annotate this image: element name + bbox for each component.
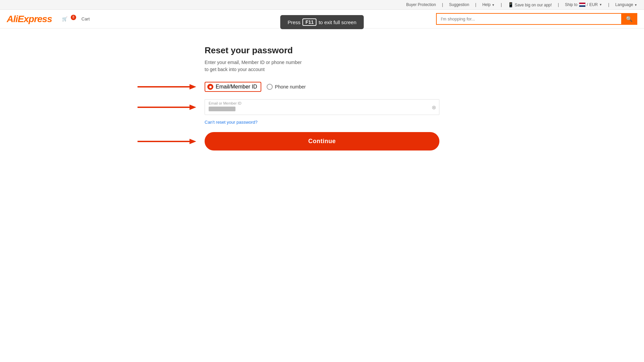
email-member-id-option[interactable]: Email/Member ID (205, 82, 261, 92)
help-link[interactable]: Help ▼ (482, 2, 495, 7)
language-dropdown-arrow: ▼ (634, 3, 637, 7)
email-option-label: Email/Member ID (216, 84, 257, 90)
currency-dropdown-arrow: ▼ (599, 3, 602, 6)
fullscreen-tooltip: Press F11 to exit full screen (280, 15, 364, 29)
search-bar: 🔍 (436, 13, 637, 25)
suggestion-link[interactable]: Suggestion (449, 2, 469, 7)
svg-marker-1 (190, 84, 196, 89)
key-badge: F11 (303, 18, 317, 26)
svg-marker-3 (190, 105, 196, 110)
help-dropdown-arrow: ▼ (492, 3, 495, 7)
page-title: Reset your password (205, 45, 439, 56)
ship-to-selector[interactable]: Ship to / EUR ▼ (565, 2, 602, 7)
cant-reset-link[interactable]: Can't reset your password? (205, 120, 439, 125)
aliexpress-logo[interactable]: AliExpress (7, 14, 52, 24)
arrow-annotation-2 (138, 102, 198, 112)
phone-option-label: Phone number (275, 84, 306, 89)
email-radio-checked (207, 84, 213, 90)
phone-icon: 📱 (508, 2, 514, 7)
continue-button[interactable]: Continue (205, 132, 439, 150)
cart-icon[interactable]: 🛒 (62, 16, 67, 21)
phone-radio-unchecked (267, 84, 273, 90)
cart-badge: 8 (71, 15, 76, 20)
buyer-protection-link[interactable]: Buyer Protection (406, 2, 436, 7)
top-navigation: Buyer Protection | Suggestion | Help ▼ |… (0, 0, 644, 10)
arrow-annotation-3 (138, 136, 198, 146)
clear-input-icon[interactable]: ⊗ (432, 104, 436, 110)
arrow-annotation-1 (138, 82, 198, 92)
phone-number-option[interactable]: Phone number (267, 84, 306, 90)
save-app-link[interactable]: 📱 Save big on our app! (508, 2, 552, 7)
search-button[interactable]: 🔍 (621, 13, 637, 25)
reset-password-card: Reset your password Enter your email, Me… (205, 45, 439, 150)
language-selector[interactable]: Language ▼ (615, 2, 637, 7)
currency-value: EUR (589, 2, 598, 7)
cart-label[interactable]: Cart (82, 16, 90, 21)
page-subtitle: Enter your email, Member ID or phone num… (205, 59, 439, 73)
svg-marker-5 (190, 139, 196, 144)
email-input-group: Email or Member ID ⊗ (205, 99, 439, 115)
main-content: Reset your password Enter your email, Me… (0, 28, 644, 167)
flag-icon (579, 2, 586, 7)
search-input[interactable] (436, 13, 621, 25)
search-icon: 🔍 (626, 16, 633, 22)
header-nav: 🛒 8 Cart (62, 16, 90, 21)
currency-label: / (587, 2, 588, 7)
input-field-label: Email or Member ID (209, 101, 241, 105)
